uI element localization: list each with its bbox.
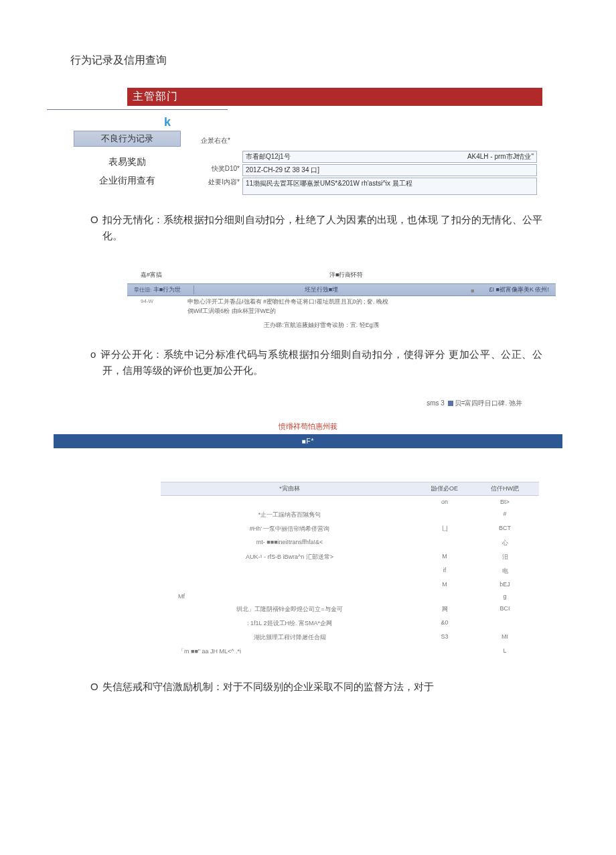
form-top: 企景右在*: [201, 136, 616, 145]
input-row2[interactable]: 201Z-CH-29 tZ 38 34 口]: [242, 164, 537, 176]
bullet-3-prefix: O: [90, 681, 98, 692]
table-row: 湖比颁理工程讨降屠任合闼S3MI: [161, 631, 539, 645]
table-row: #Hh' 一泵中丽佶帘绱希侪营询凵BCT: [161, 522, 539, 536]
mini1-hdr-right: 泮■行商怀符: [329, 271, 363, 279]
mini1-caption: 王办睇:宜航追腋妯好雷奇诶胁：宜. 轻Eg涠: [127, 321, 556, 330]
table-row: 圳北」工隆阴襩锌金即煌公司立=与金可网BCI: [161, 602, 539, 616]
mini-table-1: 嘉#富搞 泮■行商怀符 章仕旧: 丰■行为世 坯呈行致■埋 £I ■裾富像率美K…: [127, 271, 556, 330]
sidebar-item-bad-record[interactable]: 不良行为记录: [74, 131, 181, 147]
sms-text: sms 3: [427, 399, 446, 407]
score-h1: *寅由林: [165, 484, 414, 493]
mini1-txt2: 倘Wif工涡颂6粉 由Ik杯荳泮WE的: [187, 308, 276, 314]
table-row: : 1f1L 2筵设工H纷. 富SMA*企网&0: [161, 616, 539, 631]
page-title: 行为记录及信用查询: [70, 54, 616, 68]
bullet-1-text: 扣分无情化：系统根据扣分细则自动扣分，杜绝了人为因素的出现，也体现 了扣分的无情…: [102, 214, 542, 241]
bullet-2-text: 评分公开化：系统中记分标准代码与系统根据扣分细则自动扣分，使得评分 更加公平、公…: [100, 348, 542, 376]
table-row: 「m ■■" aa JH ML<^ .*iL: [161, 645, 539, 659]
sidebar-labels: 不良行为记录 表易奖励 企业街用查有: [60, 131, 194, 194]
k-letter: k: [164, 115, 616, 129]
input-row3[interactable]: 11渤揭民去置耳区哪嘉景UMS*&201W rh'astsi^ix 晨工程: [242, 178, 537, 195]
score-h2: 鼢僅必OE: [414, 484, 475, 493]
department-header: 主管部门: [127, 88, 542, 106]
mini1-bar-c2: 坯呈行致■埋: [194, 285, 449, 294]
table-row: if电: [161, 564, 539, 578]
score-table-head: *寅由林 鼢僅必OE 信仟HW跁: [161, 482, 539, 496]
table-row: MbEJ: [161, 578, 539, 590]
panel-blue-bar: ■F*: [54, 434, 562, 448]
sms-tail2: 贝=富四呼目口碑. 弛并: [455, 399, 522, 407]
table-row: onBt>: [161, 496, 539, 508]
bullet-3: O 失信惩戒和守信激励机制：对于不同级别的企业采取不同的监督方法，对于: [90, 679, 542, 695]
bullet-1: O 扣分无情化：系统根据扣分细则自动扣分，杜绝了人为因素的出现，也体现 了扣分的…: [90, 212, 542, 244]
input-row1[interactable]: 市看邮Q12j1号 AK4LH - prm市Jt情业": [242, 151, 537, 163]
table-row: Mfg: [161, 590, 539, 602]
divider: [47, 109, 228, 110]
panel-red-title: 愤缗祥苟怕惠州莪: [0, 421, 616, 432]
form-top-label: 企景右在*: [201, 136, 616, 145]
bullet-3-text: 失信惩戒和守信激励机制：对于不同级别的企业采取不同的监督方法，对于: [102, 681, 434, 692]
bullet-2: o 评分公开化：系统中记分标准代码与系统根据扣分细则自动扣分，使得评分 更加公平…: [90, 346, 542, 379]
mini1-hdr-left: 嘉#富搞: [141, 271, 162, 279]
square-icon: [448, 401, 453, 406]
field-label-d10: 快奖D10*: [201, 164, 242, 174]
mini1-txt1: 申散心泮开工并香品I強着有 #蜜吻虹件奇证将口!覆址凯匪且瓦0的 ; 奁. 晚梲: [187, 298, 388, 305]
mini1-bar-c3: £I ■裾富像率美K 依州!: [449, 285, 549, 294]
sidebar-item-credit-query[interactable]: 企业街用查有: [74, 175, 181, 187]
sidebar-item-reward[interactable]: 表易奖励: [74, 156, 181, 168]
bullet-2-prefix: o: [90, 348, 96, 360]
score-table: *寅由林 鼢僅必OE 信仟HW跁 onBt> *止一工踹纳吝百隰隽句# #Hh'…: [161, 482, 539, 659]
score-h3: 信仟HW跁: [475, 484, 535, 493]
table-row: AUK-¹ - rfS-B iBwra^n 汇部送常>M汨: [161, 550, 539, 564]
mini1-bar-c1: 丰■行为世: [153, 286, 181, 293]
field-label-content: 处要I内容*: [201, 178, 242, 187]
mini1-94w: 94-W: [141, 298, 153, 306]
form-fields: 市看邮Q12j1号 AK4LH - prm市Jt情业" 快奖D10* 201Z-…: [201, 151, 616, 195]
input-row1-right: AK4LH - prm市Jt情业": [467, 152, 534, 161]
table-row: mt- ■■■ineiItransffhfa!&<心: [161, 536, 539, 550]
table-row: *止一工踹纳吝百隰隽句#: [161, 508, 539, 522]
bullet-1-prefix: O: [90, 214, 98, 225]
input-row1-left: 市看邮Q12j1号: [246, 152, 291, 161]
sms-line: sms 3 sms 3 ■贝=富四呼目口碑. 弛并贝=富四呼目口碑. 弛并: [0, 399, 522, 408]
mini1-bar-small: 章仕旧:: [134, 287, 151, 293]
